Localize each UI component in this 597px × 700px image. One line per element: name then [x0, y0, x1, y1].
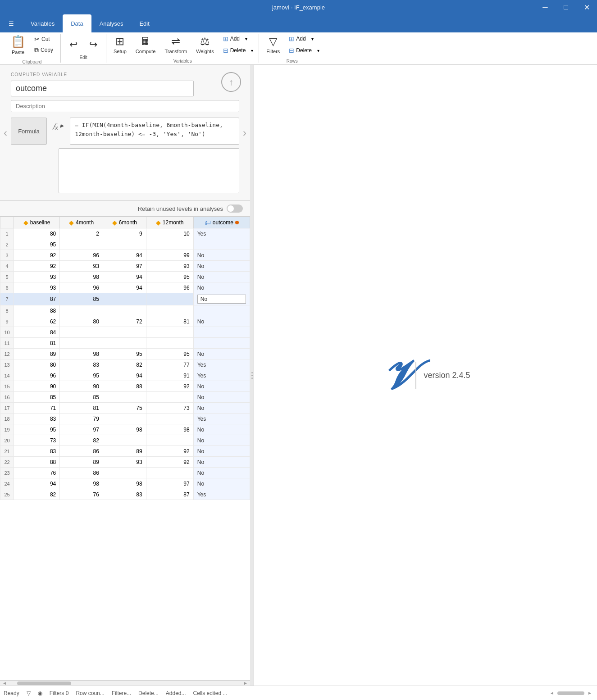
table-cell[interactable]: 86 [60, 446, 103, 457]
table-cell[interactable]: 93 [146, 261, 193, 272]
table-cell[interactable]: 99 [146, 250, 193, 261]
tab-variables[interactable]: Variables [23, 14, 63, 32]
formula-placeholder-box[interactable] [59, 148, 239, 193]
table-cell[interactable]: 95 [146, 349, 193, 359]
table-cell[interactable]: 95 [14, 239, 60, 250]
table-cell[interactable]: 92 [146, 457, 193, 468]
nav-next-button[interactable]: › [239, 123, 250, 143]
table-cell[interactable] [146, 392, 193, 403]
table-cell[interactable]: 81 [146, 316, 193, 327]
add-variable-arrow[interactable]: ▾ [243, 35, 249, 43]
outcome-cell[interactable]: No [193, 468, 250, 478]
table-cell[interactable]: 97 [146, 478, 193, 489]
table-cell[interactable]: 98 [146, 424, 193, 435]
table-cell[interactable] [103, 392, 146, 403]
outcome-cell[interactable]: No [193, 250, 250, 261]
table-cell[interactable]: 88 [14, 457, 60, 468]
table-cell[interactable]: 94 [103, 250, 146, 261]
table-cell[interactable]: 92 [14, 261, 60, 272]
table-cell[interactable]: 93 [60, 261, 103, 272]
table-cell[interactable]: 85 [14, 392, 60, 403]
table-cell[interactable] [146, 468, 193, 478]
table-cell[interactable]: 94 [103, 272, 146, 282]
outcome-cell[interactable]: No [193, 478, 250, 489]
table-cell[interactable]: 71 [14, 403, 60, 414]
outcome-cell[interactable]: Yes [193, 414, 250, 424]
outcome-cell[interactable]: Yes [193, 228, 250, 239]
table-cell[interactable]: 85 [60, 392, 103, 403]
table-cell[interactable]: 73 [146, 403, 193, 414]
table-cell[interactable] [103, 305, 146, 316]
outcome-cell[interactable] [193, 338, 250, 349]
table-cell[interactable]: 96 [146, 282, 193, 293]
table-cell[interactable]: 92 [146, 381, 193, 392]
table-cell[interactable]: 82 [103, 359, 146, 370]
outcome-cell[interactable]: No [193, 403, 250, 414]
scrollbar-thumb[interactable] [17, 682, 71, 685]
table-cell[interactable]: 82 [60, 435, 103, 446]
add-row-main[interactable]: ⊞ Add [285, 33, 309, 44]
h-scrollbar[interactable]: ◄ ► [0, 680, 250, 686]
table-cell[interactable] [103, 327, 146, 338]
table-cell[interactable]: 98 [60, 478, 103, 489]
table-cell[interactable] [146, 338, 193, 349]
table-cell[interactable]: 92 [146, 446, 193, 457]
table-cell[interactable]: 84 [14, 327, 60, 338]
table-cell[interactable]: 80 [14, 228, 60, 239]
table-cell[interactable]: 73 [14, 435, 60, 446]
transform-button[interactable]: ⇌ Transform [161, 33, 191, 56]
delete-row-btn[interactable]: ⊟ Delete ▾ [285, 45, 321, 56]
spreadsheet-container[interactable]: ◆ baseline ◆ 4month ◆ [0, 217, 250, 680]
cut-button[interactable]: ✂ Cut [31, 34, 57, 44]
table-cell[interactable]: 95 [146, 272, 193, 282]
close-button[interactable]: ✕ [576, 0, 597, 14]
table-cell[interactable]: 75 [103, 403, 146, 414]
table-cell[interactable]: 94 [103, 282, 146, 293]
outcome-cell[interactable]: No [193, 293, 250, 305]
retain-toggle[interactable] [227, 205, 243, 213]
table-cell[interactable] [60, 338, 103, 349]
table-cell[interactable]: 95 [60, 370, 103, 381]
table-cell[interactable] [146, 327, 193, 338]
table-cell[interactable]: 92 [14, 250, 60, 261]
table-cell[interactable]: 77 [146, 359, 193, 370]
table-cell[interactable]: 89 [103, 446, 146, 457]
col-header-6month[interactable]: ◆ 6month [103, 217, 146, 228]
add-row-arrow[interactable]: ▾ [310, 35, 315, 43]
table-cell[interactable]: 98 [103, 478, 146, 489]
table-cell[interactable]: 97 [103, 261, 146, 272]
computed-var-name-input[interactable] [11, 81, 194, 96]
table-cell[interactable]: 10 [146, 228, 193, 239]
table-cell[interactable] [146, 305, 193, 316]
table-cell[interactable]: 97 [60, 424, 103, 435]
table-cell[interactable] [103, 435, 146, 446]
table-cell[interactable]: 9 [103, 228, 146, 239]
table-cell[interactable]: 94 [103, 370, 146, 381]
table-cell[interactable]: 95 [14, 424, 60, 435]
table-cell[interactable] [146, 239, 193, 250]
computed-var-desc-input[interactable] [11, 100, 239, 112]
table-cell[interactable]: 98 [60, 349, 103, 359]
table-cell[interactable]: 90 [60, 381, 103, 392]
table-cell[interactable]: 80 [14, 359, 60, 370]
outcome-cell[interactable]: No [193, 457, 250, 468]
outcome-cell[interactable]: No [193, 381, 250, 392]
copy-button[interactable]: ⧉ Copy [31, 45, 57, 55]
col-header-baseline[interactable]: ◆ baseline [14, 217, 60, 228]
hamburger-menu[interactable]: ☰ [0, 14, 23, 32]
table-cell[interactable]: 93 [103, 457, 146, 468]
table-cell[interactable]: 95 [103, 349, 146, 359]
table-cell[interactable]: 98 [60, 272, 103, 282]
table-cell[interactable]: 94 [14, 478, 60, 489]
table-cell[interactable]: 81 [14, 338, 60, 349]
table-cell[interactable]: 87 [14, 293, 60, 305]
outcome-cell[interactable]: No [193, 392, 250, 403]
table-cell[interactable]: 82 [14, 489, 60, 500]
status-eye-icon[interactable]: ◉ [38, 690, 42, 696]
table-cell[interactable] [103, 468, 146, 478]
table-cell[interactable]: 81 [60, 403, 103, 414]
table-cell[interactable] [103, 414, 146, 424]
delete-variable-arrow[interactable]: ▾ [249, 46, 255, 55]
upload-button[interactable]: ↑ [221, 72, 241, 92]
table-cell[interactable]: 72 [103, 316, 146, 327]
